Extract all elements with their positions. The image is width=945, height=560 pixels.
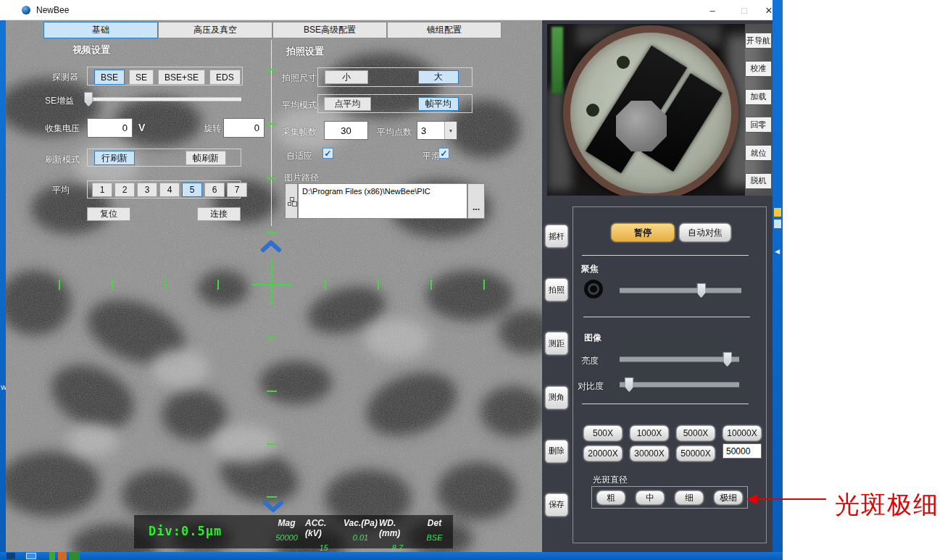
detector-button[interactable]: EDS: [209, 70, 241, 85]
magnification-button-label: 1000X: [637, 428, 662, 438]
stage-button[interactable]: 加载: [745, 89, 772, 105]
refresh-mode-button[interactable]: 帧刷新: [186, 151, 226, 165]
pause-button[interactable]: 暂停: [611, 223, 675, 242]
stage-button[interactable]: 就位: [745, 145, 772, 161]
tab[interactable]: BSE高级配置: [272, 22, 387, 38]
adaptive-checkbox[interactable]: ✓: [322, 148, 333, 159]
se-gain-slider[interactable]: [86, 93, 241, 106]
refresh-mode-button[interactable]: 行刷新: [94, 151, 135, 165]
magnification-button-label: 5000X: [683, 428, 709, 438]
points-label: 平均点数: [377, 126, 412, 138]
taskbar-icon-2[interactable]: [26, 553, 36, 559]
path-tree-button[interactable]: [285, 183, 298, 219]
settings-separator: [271, 40, 272, 226]
taskbar-icon-5[interactable]: [69, 552, 80, 560]
tab[interactable]: 镜组配置: [387, 22, 501, 38]
dropdown-chevron-icon[interactable]: ▼: [444, 122, 457, 139]
record-icon[interactable]: [584, 280, 603, 298]
annotation-text: 光斑极细: [835, 488, 939, 522]
status-header: ACC.(kV): [305, 518, 342, 538]
rotate-input[interactable]: 0: [223, 118, 265, 138]
tool-button[interactable]: 拍照: [545, 278, 568, 301]
tool-button[interactable]: 删除: [545, 440, 568, 463]
taskbar-icon-3[interactable]: [49, 552, 55, 560]
average-button[interactable]: 1: [92, 183, 112, 197]
status-header: Vac.(Pa): [344, 518, 378, 528]
magnification-button[interactable]: 10000X: [723, 425, 762, 441]
stage-button-label: 回零: [751, 120, 767, 130]
sample-stub: [616, 101, 667, 151]
status-value: BSE: [426, 533, 442, 542]
se-gain-handle[interactable]: [84, 92, 93, 107]
connect-button[interactable]: 连接: [197, 207, 241, 221]
window-title: NewBee: [36, 5, 69, 15]
reset-button[interactable]: 复位: [87, 207, 130, 221]
magnification-button[interactable]: 5000X: [676, 425, 715, 441]
magnification-button[interactable]: 1000X: [630, 425, 669, 441]
refresh-mode-button-label: 帧刷新: [193, 152, 219, 164]
tool-button[interactable]: 测距: [545, 332, 568, 355]
frames-input[interactable]: 30: [324, 121, 368, 140]
spot-size-button[interactable]: 粗: [596, 490, 625, 505]
avg-frame-button[interactable]: 帧平均: [418, 97, 459, 111]
contrast-slider[interactable]: [620, 378, 739, 391]
reset-button-label: 复位: [100, 208, 117, 220]
voltage-input[interactable]: 0: [87, 118, 133, 138]
average-button[interactable]: 3: [137, 183, 157, 197]
magnification-button[interactable]: 30000X: [630, 446, 669, 461]
size-large-button[interactable]: 大: [418, 70, 459, 84]
magnification-button[interactable]: 500X: [583, 425, 623, 441]
magnification-input[interactable]: 50000: [723, 443, 762, 459]
maximize-button[interactable]: □: [732, 0, 757, 20]
detector-button[interactable]: SE: [129, 70, 154, 85]
average-button[interactable]: 6: [204, 183, 225, 197]
taskbar-icon-4[interactable]: [58, 552, 67, 560]
size-large-label: 大: [434, 71, 443, 83]
focus-handle[interactable]: [696, 283, 706, 298]
magnification-button[interactable]: 50000X: [676, 446, 715, 461]
connect-button-label: 连接: [210, 208, 228, 220]
spot-size-button[interactable]: 中: [636, 490, 665, 505]
average-button[interactable]: 4: [159, 183, 180, 197]
detector-button[interactable]: BSE: [94, 70, 125, 85]
stage-button[interactable]: 校准: [745, 61, 772, 77]
stage-button[interactable]: 脱机: [745, 173, 772, 189]
magnification-button[interactable]: 20000X: [583, 446, 623, 461]
detector-button[interactable]: BSE+SE: [158, 70, 205, 85]
chevron-up-icon[interactable]: [259, 240, 283, 253]
spot-size-button[interactable]: 细: [675, 490, 704, 505]
chevron-down-icon[interactable]: [262, 500, 285, 513]
tool-button[interactable]: 摇杆: [545, 225, 568, 248]
average-button[interactable]: 5: [182, 183, 202, 197]
taskbar-icon-1[interactable]: [7, 553, 15, 559]
app-icon: [22, 6, 30, 14]
spot-size-button[interactable]: 极细: [714, 490, 743, 505]
stage-button[interactable]: 回零: [745, 117, 772, 133]
path-tree-icon: [288, 197, 296, 205]
minimize-button[interactable]: –: [700, 0, 725, 20]
close-button[interactable]: ✕: [757, 0, 781, 20]
contrast-handle[interactable]: [625, 377, 634, 393]
tool-button[interactable]: 保存: [545, 493, 568, 517]
magnification-button-label: 30000X: [634, 448, 664, 459]
avg-point-button[interactable]: 点平均: [324, 97, 371, 111]
average-button[interactable]: 7: [227, 183, 247, 197]
tab[interactable]: 基础: [43, 22, 158, 38]
average-button[interactable]: 2: [115, 183, 135, 197]
size-small-button[interactable]: 小: [325, 70, 368, 84]
stage-button[interactable]: 开导航: [745, 33, 772, 49]
tab[interactable]: 高压及真空: [158, 22, 272, 38]
ruler-tick-h: [217, 280, 219, 290]
smooth-checkbox[interactable]: ✓: [438, 148, 449, 159]
autofocus-button[interactable]: 自动对焦: [679, 223, 731, 242]
brightness-slider[interactable]: [620, 353, 739, 366]
focus-slider[interactable]: [620, 284, 741, 297]
path-input[interactable]: D:\Program Files (x86)\NewBee\PIC: [298, 183, 467, 219]
browse-button[interactable]: ...: [467, 183, 485, 219]
points-dropdown[interactable]: 3 ▼: [417, 121, 457, 140]
path-label: 图片路径: [284, 172, 319, 184]
brightness-handle[interactable]: [723, 352, 732, 367]
ruler-tick-v: [267, 69, 277, 70]
voltage-value: 0: [122, 122, 128, 133]
tool-button[interactable]: 测角: [545, 386, 568, 409]
